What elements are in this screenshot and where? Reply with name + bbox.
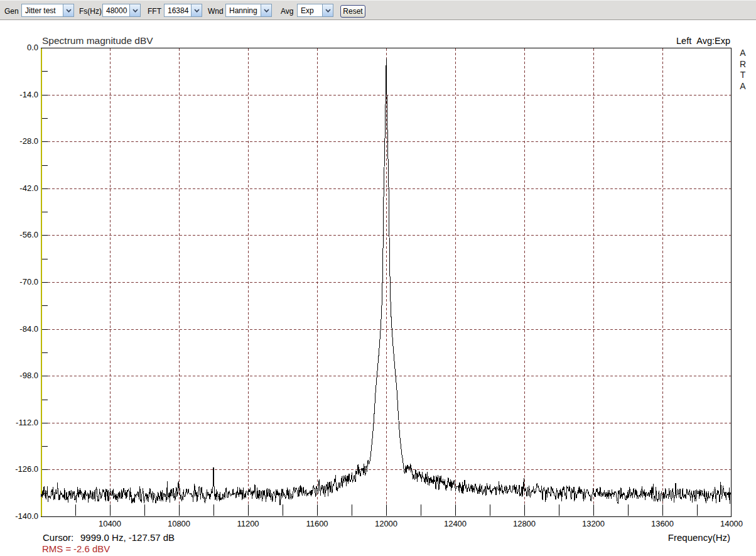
y-tick-label: -42.0 [19, 183, 38, 193]
x-tick-label: 11600 [306, 519, 328, 528]
x-tick-label: 12400 [444, 519, 467, 528]
y-tick-label: -70.0 [19, 277, 38, 286]
y-tick-label: -98.0 [19, 371, 38, 380]
x-tick-label: 12000 [375, 519, 397, 528]
arta-logo-letter: A [740, 81, 746, 91]
x-tick-label: 11200 [237, 519, 259, 528]
y-tick-label: -126.0 [15, 464, 38, 474]
y-tick-label: -140.0 [15, 511, 38, 521]
y-tick-label: -56.0 [19, 230, 38, 239]
y-tick-label: -112.0 [16, 418, 38, 427]
y-tick-label: -84.0 [19, 324, 38, 334]
y-tick-label: 0.0 [27, 43, 38, 52]
arta-logo-letter: T [740, 70, 746, 80]
y-tick-label: -28.0 [19, 136, 38, 146]
cursor-status-value: 9999.0 Hz, -127.57 dB [80, 532, 175, 543]
y-tick-label: -14.0 [19, 90, 38, 99]
x-tick-label: 12800 [513, 519, 536, 528]
x-axis-label: Frequency(Hz) [668, 532, 730, 543]
spectrum-plot: 0.0-14.0-28.0-42.0-56.0-70.0-84.0-98.0-1… [0, 0, 756, 556]
x-tick-label: 13200 [582, 519, 605, 528]
x-tick-label: 13600 [651, 519, 674, 528]
rms-status-label: RMS = [42, 543, 72, 554]
x-tick-label: 10800 [168, 519, 190, 528]
rms-status-value: -2.6 dBV [73, 543, 110, 554]
cursor-status-label: Cursor: [43, 532, 73, 543]
plot-title: Spectrum magnitude dBV [42, 35, 153, 46]
x-tick-label: 10400 [99, 519, 121, 528]
arta-logo-letter: R [740, 59, 746, 69]
x-tick-label: 14000 [720, 519, 743, 528]
arta-logo-letter: A [740, 48, 746, 58]
channel-avg-label: Left Avg:Exp [676, 36, 730, 46]
